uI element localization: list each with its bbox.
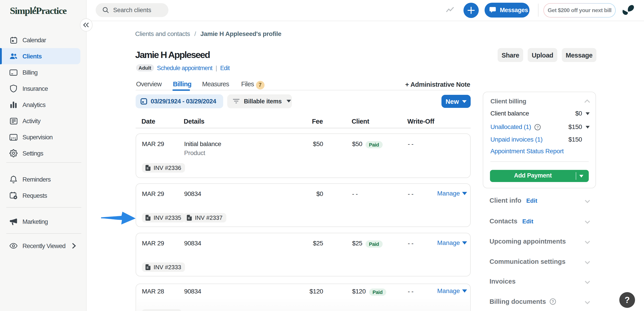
svg-text:?: ? [537,125,539,129]
svg-text:?: ? [552,299,554,303]
